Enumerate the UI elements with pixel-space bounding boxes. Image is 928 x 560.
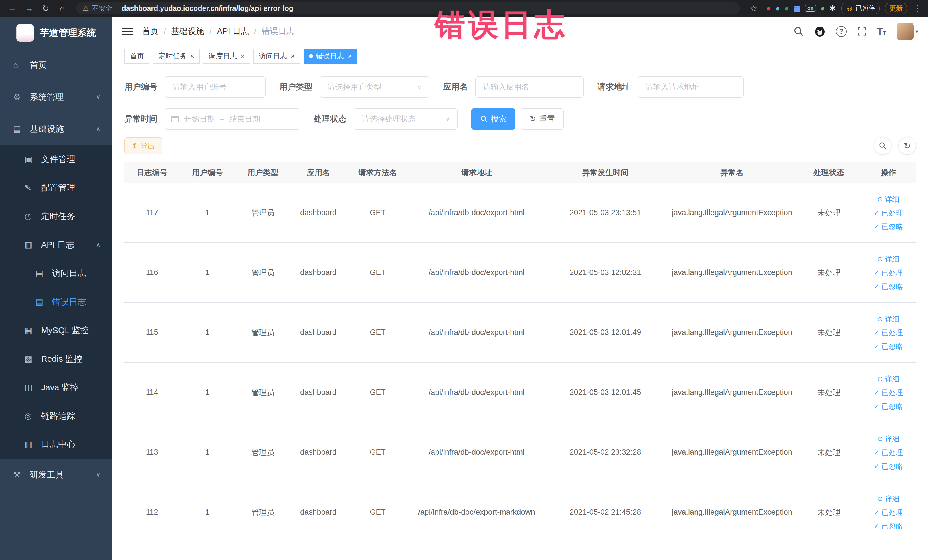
- browser-menu-button[interactable]: ⋮: [913, 2, 922, 15]
- sidebar-item-link-trace[interactable]: ◎链路追踪: [0, 402, 112, 430]
- search-icon[interactable]: [794, 26, 804, 37]
- sidebar-item-system-management[interactable]: ⚙系统管理∨: [0, 81, 112, 113]
- action-processed-link[interactable]: ✓已处理: [864, 386, 913, 400]
- refresh-button[interactable]: ↻: [898, 137, 916, 155]
- cell-method: GET: [346, 423, 409, 482]
- cell-url: /api/infra/db-doc/export-html: [409, 183, 544, 243]
- cell-method: GET: [346, 303, 409, 363]
- search-button[interactable]: 搜索: [471, 108, 515, 130]
- sidebar-item-error-log[interactable]: ▤错误日志: [0, 288, 112, 316]
- update-button[interactable]: 更新: [885, 3, 907, 14]
- sidebar-item-java-monitor[interactable]: ◫Java 监控: [0, 373, 112, 402]
- page-content: 用户编号 用户类型 请选择用户类型 ∨ 应用名 请求地址: [112, 66, 928, 560]
- end-date-placeholder: 结束日期: [229, 114, 260, 124]
- action-ignored-link[interactable]: ✓已忽略: [864, 279, 913, 293]
- sidebar-item-mysql-monitor[interactable]: ▦MySQL 监控: [0, 316, 112, 345]
- caret-down-icon: ▾: [916, 28, 918, 35]
- breadcrumb-item[interactable]: 首页: [142, 26, 159, 37]
- sidebar-item-infrastructure[interactable]: ▤基础设施∧: [0, 113, 112, 145]
- sidebar-item-redis-monitor[interactable]: ▩Redis 监控: [0, 345, 112, 373]
- sidebar-item-access-log[interactable]: ▤访问日志: [0, 259, 112, 288]
- sidebar-item-log-center[interactable]: ▥日志中心: [0, 430, 112, 459]
- exception-time-range-picker[interactable]: 开始日期 – 结束日期: [165, 108, 300, 130]
- action-ignored-link[interactable]: ✓已忽略: [864, 459, 913, 473]
- exception-time-label: 异常时间: [124, 113, 157, 125]
- sidebar-collapse-button[interactable]: [122, 27, 133, 36]
- action-detail-link[interactable]: ⊙详细: [864, 432, 913, 446]
- cell-id: 114: [124, 363, 180, 423]
- export-button[interactable]: ↥ 导出: [124, 137, 162, 154]
- user-menu[interactable]: ▾: [897, 23, 918, 40]
- tab-error-log[interactable]: 错误日志×: [304, 49, 357, 64]
- action-label: 已处理: [882, 266, 903, 279]
- action-label: 详细: [885, 252, 899, 266]
- filter-row-2: 异常时间 开始日期 – 结束日期 处理状态 请选择处理状态 ∨: [124, 108, 916, 130]
- tab-close-icon[interactable]: ×: [241, 52, 244, 60]
- github-icon[interactable]: [814, 26, 826, 37]
- url-text[interactable]: dashboard.yudao.iocoder.cn/infra/log/api…: [122, 4, 293, 12]
- app-name-input[interactable]: [475, 76, 584, 98]
- back-button[interactable]: ←: [6, 2, 20, 15]
- sidebar-item-scheduled-jobs[interactable]: ◷定时任务: [0, 202, 112, 230]
- tab-close-icon[interactable]: ×: [291, 52, 295, 60]
- action-ignored-link[interactable]: ✓已忽略: [864, 519, 913, 533]
- action-ignored-link[interactable]: ✓已忽略: [864, 339, 913, 353]
- security-warning-label[interactable]: 不安全: [92, 4, 112, 13]
- active-tab-dot: [309, 54, 313, 58]
- column-header: 请求地址: [409, 162, 544, 183]
- sidebar-item-api-log[interactable]: ▥API 日志∧: [0, 230, 112, 259]
- address-bar[interactable]: ⚠ 不安全 dashboard.yudao.iocoder.cn/infra/l…: [76, 2, 740, 14]
- action-processed-link[interactable]: ✓已处理: [864, 505, 913, 519]
- action-label: 已处理: [882, 386, 903, 400]
- font-size-icon[interactable]: TT: [877, 26, 886, 36]
- ext-paw-icon[interactable]: ✱: [830, 5, 836, 12]
- request-url-input[interactable]: [638, 76, 744, 98]
- tab-close-icon[interactable]: ×: [348, 52, 352, 60]
- user-type-select[interactable]: 请选择用户类型 ∨: [320, 76, 429, 98]
- ext-blue-drop-icon[interactable]: ●: [775, 5, 780, 12]
- user-id-input[interactable]: [165, 76, 266, 98]
- action-ignored-link[interactable]: ✓已忽略: [864, 400, 913, 413]
- action-detail-link[interactable]: ⊙详细: [864, 192, 913, 206]
- help-icon[interactable]: ?: [836, 26, 847, 37]
- action-processed-link[interactable]: ✓已处理: [864, 266, 913, 279]
- reload-button[interactable]: ↻: [39, 2, 52, 15]
- sidebar-item-config-management[interactable]: ✎配置管理: [0, 174, 112, 202]
- fullscreen-icon[interactable]: [857, 26, 867, 36]
- sidebar-item-label: 定时任务: [41, 211, 101, 222]
- paused-badge[interactable]: ☺ 已暂停: [841, 3, 879, 14]
- reset-button[interactable]: ↻ 重置: [521, 108, 564, 130]
- home-button[interactable]: ⌂: [55, 2, 69, 15]
- tab-job-log[interactable]: 调度日志×: [203, 49, 250, 64]
- tab-home[interactable]: 首页: [124, 49, 150, 64]
- bookmark-star-icon[interactable]: ☆: [747, 2, 760, 15]
- action-ignored-link[interactable]: ✓已忽略: [864, 220, 913, 233]
- sidebar-item-label: Java 监控: [41, 382, 101, 394]
- ext-red-circle-icon[interactable]: ●: [766, 5, 771, 12]
- search-toggle-button[interactable]: [874, 137, 891, 155]
- font-size-small-glyph: T: [883, 31, 886, 36]
- action-processed-link[interactable]: ✓已处理: [864, 326, 913, 339]
- ext-on-badge-icon[interactable]: on: [805, 5, 816, 12]
- sidebar-item-dev-tools[interactable]: ⚒研发工具∨: [0, 459, 112, 491]
- action-detail-link[interactable]: ⊙详细: [864, 312, 913, 326]
- action-detail-link[interactable]: ⊙详细: [864, 372, 913, 386]
- sidebar-item-home[interactable]: ⌂首页: [0, 49, 112, 81]
- breadcrumb-item[interactable]: API 日志: [217, 26, 249, 37]
- sidebar-item-file-management[interactable]: ▣文件管理: [0, 145, 112, 174]
- tab-close-icon[interactable]: ×: [190, 52, 194, 60]
- tab-scheduled-jobs[interactable]: 定时任务×: [153, 49, 200, 64]
- action-processed-link[interactable]: ✓已处理: [864, 206, 913, 220]
- tab-access-log[interactable]: 访问日志×: [253, 49, 300, 64]
- ext-green-circle-icon[interactable]: ●: [785, 5, 789, 12]
- ext-blue-grid-icon[interactable]: ▦: [793, 5, 800, 12]
- ext-leaf-icon[interactable]: ●: [820, 5, 825, 12]
- action-processed-link[interactable]: ✓已处理: [864, 446, 913, 459]
- breadcrumb-item[interactable]: 基础设施: [171, 26, 204, 37]
- action-detail-link[interactable]: ⊙详细: [864, 252, 913, 266]
- process-status-select[interactable]: 请选择处理状态 ∨: [354, 108, 458, 130]
- forward-button[interactable]: →: [22, 2, 36, 15]
- action-detail-link[interactable]: ⊙详细: [864, 492, 913, 505]
- app-logo-row[interactable]: 芋道管理系统: [0, 17, 112, 49]
- table-toolbar: ↥ 导出 ↻: [124, 137, 916, 155]
